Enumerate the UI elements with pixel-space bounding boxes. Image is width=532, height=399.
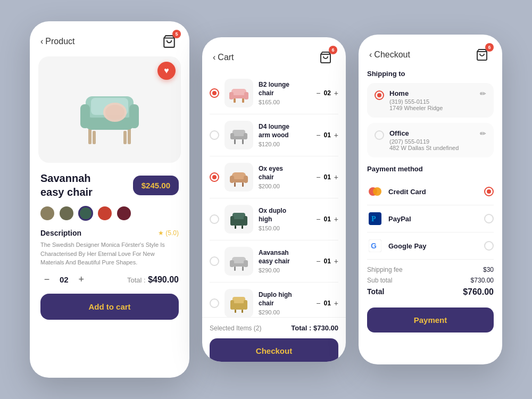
credit-card-radio[interactable] [484,187,494,196]
address-office-phone: (207) 555-0119 [389,138,475,145]
svg-rect-3 [93,131,96,144]
product-screen: ‹ Product 5 ♥ [30,21,189,378]
svg-rect-28 [244,176,248,183]
cart-item-4-price: $150.00 [259,225,311,231]
cart-item-1-radio[interactable] [210,88,219,98]
payment-button[interactable]: Payment [367,307,494,332]
credit-card-label: Credit Card [388,188,479,196]
cart-item-6-radio[interactable] [210,298,219,308]
address-home-radio[interactable] [375,90,384,100]
product-cart-button[interactable]: 5 [160,32,179,51]
product-back-button[interactable]: ‹ Product [40,37,74,46]
cart-total: Total : $730.00 [291,324,338,332]
payment-credit-card[interactable]: Credit Card [367,178,494,205]
svg-text:P: P [371,215,376,223]
cart-item-2-increase[interactable]: + [334,131,338,139]
cart-item-1-decrease[interactable]: − [316,89,320,97]
cart-item-3: Ox eyeschair $200.00 − 01 + [210,156,338,198]
cart-item-3-radio[interactable] [210,172,219,182]
address-office-name: Office [389,129,475,137]
address-home-name: Home [389,89,475,97]
cart-item-1-increase[interactable]: + [334,89,338,97]
checkout-back-button[interactable]: ‹ Checkout [369,50,410,60]
checkout-total-label: Total [367,287,384,297]
cart-item-3-decrease[interactable]: − [316,173,320,181]
google-pay-radio[interactable] [484,241,494,251]
cart-item-2-decrease[interactable]: − [316,131,320,139]
cart-item-5-qty: 01 [323,257,330,265]
cart-checkout-button[interactable]: Checkout [210,338,338,362]
payment-google-pay[interactable]: G Google Pay [367,232,494,260]
checkout-cart-badge: 6 [485,43,494,52]
cart-item-6: Duplo highchair $290.00 − 01 + [210,282,338,317]
google-logo-icon: G [369,239,381,252]
cart-item-2: D4 loungearm wood $120.00 − 01 + [210,114,338,156]
svg-rect-16 [244,92,248,99]
cart-item-1-price: $165.00 [259,99,311,105]
checkout-header-title: Checkout [374,50,410,60]
cart-item-5-decrease[interactable]: − [316,257,320,265]
cart-item-6-increase[interactable]: + [334,299,338,307]
checkout-back-chevron-icon: ‹ [369,50,372,60]
payment-paypal[interactable]: P PayPal [367,205,494,232]
cart-item-4-radio[interactable] [210,214,219,224]
cart-item-3-increase[interactable]: + [334,173,338,181]
chair-image [67,67,152,152]
svg-rect-15 [229,92,234,99]
total-row: Total $760.00 [367,287,494,297]
color-option-1[interactable] [40,206,54,220]
payment-section-title: Payment method [367,165,494,173]
product-image-area: ♥ [38,56,181,163]
svg-rect-33 [230,216,234,226]
svg-rect-48 [242,310,243,313]
cart-item-4-qty: 01 [323,215,330,223]
address-office-street: 482 W Dallas St undefined [389,145,475,151]
add-to-cart-button[interactable]: Add to cart [40,294,179,320]
address-home-card[interactable]: Home (319) 555-0115 1749 Wheeler Ridge ✏ [367,83,494,118]
address-home-edit-button[interactable]: ✏ [480,89,486,98]
address-office-edit-button[interactable]: ✏ [480,129,486,138]
svg-rect-4 [123,131,127,144]
svg-rect-18 [242,98,244,103]
cart-item-5-radio[interactable] [210,256,219,266]
checkout-screen: ‹ Checkout 6 Shipping to [359,35,502,364]
cart-item-3-qty: 01 [323,173,330,181]
wishlist-button[interactable]: ♥ [157,62,176,80]
cart-back-button[interactable]: ‹ Cart [213,53,234,62]
cart-item-4-increase[interactable]: + [334,215,338,223]
cart-cart-button[interactable]: 6 [316,48,335,67]
address-office-radio[interactable] [375,130,384,140]
address-office-card[interactable]: Office (207) 555-0119 482 W Dallas St un… [367,123,494,157]
cart-item-4-decrease[interactable]: − [316,215,320,223]
svg-rect-35 [235,226,236,229]
svg-point-51 [373,187,381,196]
cart-item-5-increase[interactable]: + [334,257,338,265]
cart-item-5-image [225,247,253,276]
svg-rect-2 [128,128,131,144]
paypal-logo-icon: P [369,212,381,225]
svg-rect-39 [230,260,234,267]
paypal-radio[interactable] [484,214,494,223]
quantity-value: 02 [60,275,69,284]
quantity-decrease-button[interactable]: − [40,273,53,286]
cart-screen: ‹ Cart 6 [202,37,346,362]
checkout-cart-button[interactable]: 6 [472,45,492,64]
cart-item-3-name: Ox eyeschair [259,165,311,181]
cart-back-chevron-icon: ‹ [213,53,215,62]
cart-item-1-image [225,79,253,107]
cart-item-2-image [225,121,253,149]
color-option-3[interactable] [79,206,93,220]
svg-rect-36 [242,226,243,229]
quantity-increase-button[interactable]: + [75,273,88,286]
color-option-2[interactable] [60,206,73,220]
heart-icon: ♥ [164,66,169,76]
color-option-5[interactable] [117,206,131,220]
svg-rect-44 [232,297,245,303]
shipping-section-title: Shipping to [367,70,494,78]
subtotal-row: Sub total $730.00 [367,277,494,284]
cart-item-2-radio[interactable] [210,130,219,140]
color-option-4[interactable] [98,206,112,220]
cart-item-6-decrease[interactable]: − [316,299,320,307]
paypal-label: PayPal [388,215,479,223]
svg-rect-47 [235,310,236,313]
